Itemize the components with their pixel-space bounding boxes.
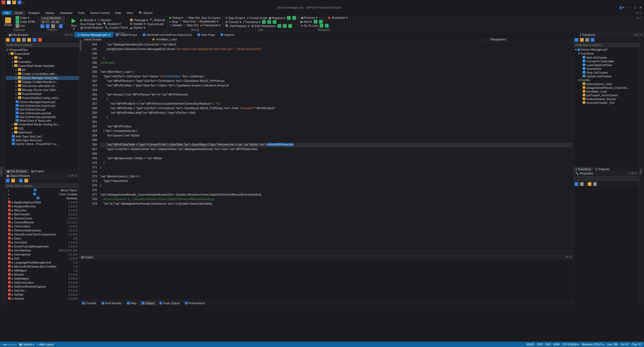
n-i2[interactable] bbox=[319, 20, 323, 24]
folder-item[interactable]: ▸ Manage Server over SSH ... bbox=[6, 88, 79, 92]
n-i1[interactable] bbox=[314, 20, 317, 24]
menu-tab-home[interactable]: Home bbox=[12, 11, 25, 15]
module-item[interactable]: ▸ Dism3.0 bbox=[5, 237, 79, 241]
menu-search[interactable]: 🔍 Search bbox=[139, 11, 153, 15]
ribbon-options-icon[interactable]: ⟳ ⓘ bbox=[636, 11, 644, 15]
folder-item[interactable]: ▸ Create a ComboBox with ... bbox=[6, 72, 79, 76]
menu-tab-view[interactable]: View bbox=[124, 11, 136, 15]
folder-item[interactable]: ▸ Display Cmdlet Results in ... bbox=[6, 80, 79, 84]
folder-item[interactable]: ▸ Examples bbox=[6, 60, 79, 64]
convert-button[interactable]: ⇄ Convert ▾ bbox=[225, 20, 241, 24]
ob-category[interactable]: ▸ Core Cmdlets bbox=[5, 192, 79, 196]
qat-dropdown-icon[interactable]: ▾ bbox=[23, 1, 25, 4]
folder-item[interactable]: ▸ SQL bbox=[6, 127, 79, 131]
pr-i1[interactable] bbox=[575, 182, 578, 186]
module-item[interactable]: ▸ CachedModule1.0.11.0 bbox=[5, 220, 79, 224]
deploy-button[interactable]: ☁ Deploy ▾ bbox=[130, 26, 145, 29]
ob-search[interactable]: Enter text to search... bbox=[5, 184, 78, 188]
status-layouts[interactable]: ▦ Layouts ▾ bbox=[19, 343, 34, 346]
status-autolayout[interactable]: ✓ Auto Layout bbox=[37, 343, 54, 346]
file-item[interactable]: Add-Type-Test1.ps1 bbox=[6, 135, 79, 138]
folder-item[interactable]: ▾ PowerShell Studio Samples bbox=[6, 64, 79, 68]
ob-i2[interactable] bbox=[11, 179, 15, 182]
ob-i4[interactable] bbox=[24, 179, 28, 182]
toolbox-side-tab[interactable]: Toolbox bbox=[0, 37, 5, 306]
e-i5[interactable] bbox=[273, 20, 276, 24]
cut-button[interactable]: Cut bbox=[16, 24, 36, 28]
ob-ctrls[interactable]: ▾ ⇱ ✕ bbox=[69, 174, 77, 178]
fn-panel-ctrls[interactable]: ▾ ⇱ ✕ bbox=[634, 33, 642, 37]
event-item[interactable]: buttonSearch_Click bbox=[575, 82, 639, 86]
menu-tab-help[interactable]: Help bbox=[113, 11, 124, 15]
n-i3[interactable] bbox=[320, 24, 323, 28]
previous-button[interactable]: ◀ Previous ▾ bbox=[301, 16, 317, 20]
fb-i7[interactable] bbox=[38, 38, 42, 42]
doc-tab[interactable]: GetTextFromChildForm.Export.ps1 bbox=[140, 32, 195, 37]
pr-i4[interactable] bbox=[593, 182, 597, 186]
module-item[interactable]: ▸ DnsClient1.0.0.0 bbox=[5, 241, 79, 245]
menu-tab-source-control[interactable]: Source Control bbox=[87, 11, 112, 15]
ob-category[interactable]: ▸ About Topics bbox=[5, 188, 79, 192]
file-item[interactable]: Get-OnlineLinks.psf.psbuild bbox=[6, 115, 79, 119]
bottom-tab-performance[interactable]: Performance bbox=[182, 301, 208, 305]
n-i4[interactable] bbox=[325, 24, 329, 28]
regions-button[interactable]: ▦ Regions ▾ bbox=[269, 16, 285, 20]
fb-refresh-icon[interactable] bbox=[17, 38, 20, 42]
fn-tab-functions[interactable]: ƒ Functions bbox=[574, 167, 593, 171]
module-item[interactable]: ▸ MMAgent1.0 bbox=[5, 269, 79, 273]
fn-i4[interactable] bbox=[591, 38, 594, 42]
h-scrollbar[interactable] bbox=[79, 251, 573, 255]
folder-item[interactable]: ▸ PowerShellGet bbox=[6, 92, 79, 96]
event-item[interactable]: timerJobTracker_Tick bbox=[575, 101, 639, 105]
tracepoints-button[interactable]: ◆ Tracepoints ▾ bbox=[200, 24, 221, 27]
module-item[interactable]: ▸ BitLocker1.0.0.0 bbox=[5, 208, 79, 212]
event-item[interactable]: textboxSearch_KeyUp bbox=[575, 97, 639, 101]
doc-tab[interactable]: Device Manager.psf ✕ bbox=[74, 32, 113, 37]
fb-tab-project[interactable]: ▤ Project bbox=[29, 169, 46, 174]
fn-tab-snippets[interactable]: {} Snippets bbox=[593, 167, 612, 171]
next-button[interactable]: ▶ Next ▾ bbox=[301, 20, 312, 24]
menu-file[interactable]: File bbox=[2, 11, 12, 15]
module-item[interactable]: ▸ DeliveryOptimization1.0.3.0 bbox=[5, 228, 79, 232]
status-cap[interactable]: CAP bbox=[545, 343, 551, 346]
function-item[interactable]: Update-JobTracker bbox=[575, 74, 639, 78]
script-explorer-button[interactable]: ▤ Script Explorer bbox=[80, 26, 103, 29]
module-item[interactable]: ▸ International2.1.0.0 bbox=[5, 253, 79, 257]
e-i7[interactable] bbox=[283, 24, 287, 28]
close-icon[interactable]: ✕ bbox=[639, 6, 642, 9]
function-item[interactable]: ConvertTo-DataTable bbox=[575, 59, 639, 63]
p-icon2[interactable] bbox=[46, 24, 50, 28]
menu-tab-tools[interactable]: Tools bbox=[75, 11, 87, 15]
status-utf8bom[interactable]: UTF-8-BOM ▾ bbox=[562, 343, 579, 346]
module-item[interactable]: ▸ DirectAccessClientComponents1.0.0.0 bbox=[5, 232, 79, 237]
ribbon-collapse-icon[interactable]: ⟳ ^ bbox=[634, 16, 644, 32]
fn-i3[interactable] bbox=[585, 38, 589, 42]
folder-item[interactable]: ▾ PowerShell bbox=[6, 52, 79, 56]
menu-tab-deploy[interactable]: Deploy bbox=[43, 11, 57, 15]
doc-tab[interactable]: Options bbox=[218, 32, 237, 37]
e-i6[interactable] bbox=[278, 24, 281, 28]
module-item[interactable]: ▸ NetEventPacketCapture1.0.0.0 bbox=[5, 285, 79, 289]
bottom-tab-tools-output[interactable]: Tools Output bbox=[157, 301, 182, 305]
bottom-tab-find-results[interactable]: Find Results bbox=[99, 301, 124, 305]
minimize-icon[interactable]: — bbox=[627, 6, 630, 9]
menu-tab-designer[interactable]: Designer bbox=[25, 11, 43, 15]
menu-tab-database[interactable]: Database bbox=[57, 11, 75, 15]
module-item[interactable]: ▸ LanguagePackManagement1.0 bbox=[5, 261, 79, 265]
fb-tab-browser[interactable]: ▦ File Browser bbox=[5, 169, 29, 174]
module-item[interactable]: ▸ NetQos2.0.0.0 bbox=[5, 297, 79, 301]
bottom-tab-help[interactable]: Help bbox=[124, 301, 139, 305]
run-button[interactable]: ▶Run▾ bbox=[69, 16, 79, 32]
findreplace-button[interactable]: 🔍 Find Replace ▾ bbox=[225, 24, 250, 28]
doc-tab[interactable]: Start Page bbox=[195, 32, 218, 37]
event-item[interactable]: datagridviewResults_ColumnH... bbox=[575, 86, 639, 90]
folder-item[interactable]: ▸ PowerShellGet Using ListVi... bbox=[6, 96, 79, 100]
module-item[interactable]: ▸ Module1.0.0.0 bbox=[5, 273, 79, 277]
module-item[interactable]: ▸ NetNat1.0.0.0 bbox=[5, 293, 79, 297]
sign-button[interactable]: ✎ Sign Script ▾ bbox=[225, 16, 245, 20]
copy-button[interactable]: Copy ▾ bbox=[16, 16, 36, 20]
module-item[interactable]: ▸ AppBackgroundTask1.0.0.0 bbox=[5, 200, 79, 204]
debug-button[interactable]: ▶ Debug ▾ bbox=[169, 16, 184, 20]
fb-search[interactable]: Enter text to search... bbox=[5, 43, 78, 47]
pr-i2[interactable] bbox=[580, 182, 584, 186]
